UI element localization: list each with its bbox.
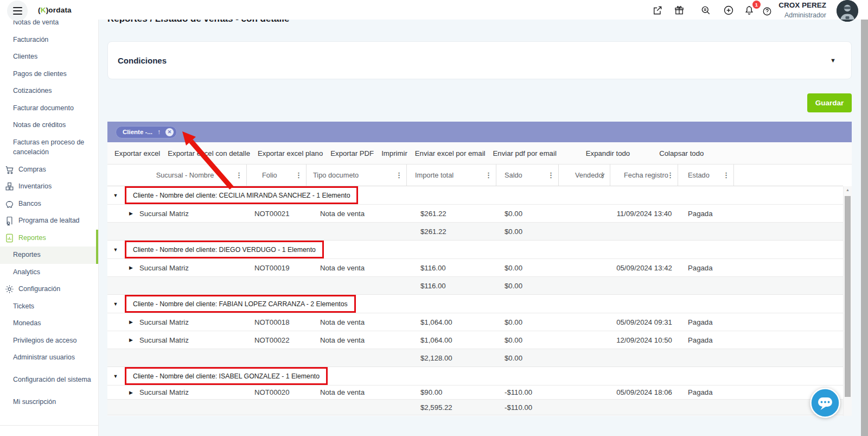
- table-row: ▶Sucursal Matriz NOT00018 Nota de venta …: [107, 313, 843, 331]
- cart-icon: [4, 165, 15, 175]
- expand-row-icon[interactable]: ▶: [129, 390, 133, 395]
- annotation-red-box: Cliente - Nombre del cliente: CECILIA MI…: [125, 186, 358, 204]
- column-header-tipo-documento[interactable]: Tipo documeto⋮: [307, 165, 407, 186]
- column-menu-icon[interactable]: ⋮: [395, 171, 403, 179]
- column-menu-icon[interactable]: ⋮: [485, 171, 492, 179]
- sidebar-item-facturar-documento[interactable]: Facturar documento: [0, 100, 98, 117]
- cell-saldo: -$110.00: [496, 386, 559, 399]
- cell-saldo: $0.00: [496, 331, 559, 349]
- table-scrollbar-thumb[interactable]: [845, 196, 851, 397]
- conditions-panel[interactable]: Condiciones ▼: [107, 41, 852, 79]
- expand-row-icon[interactable]: ▶: [129, 211, 133, 216]
- grand-total-row: $2,595.22 -$110.00: [107, 400, 843, 415]
- expand-row-icon[interactable]: ▶: [129, 319, 133, 325]
- sidebar-item-monedas[interactable]: Monedas: [0, 315, 98, 332]
- user-menu[interactable]: CROX PEREZ Administrador: [778, 1, 826, 19]
- column-header-sucursal[interactable]: Sucursal - Nombre⋮: [124, 165, 247, 186]
- sidebar-item-configuracion[interactable]: Configuración: [0, 281, 98, 298]
- column-header-vendedor[interactable]: Vendedor⋮: [559, 165, 610, 186]
- sidebar-item-inventarios[interactable]: Inventarios: [0, 178, 98, 195]
- column-menu-icon[interactable]: ⋮: [599, 171, 606, 179]
- sales-report-table: Sucursal - Nombre⋮ Folio⋮ Tipo documeto⋮…: [107, 165, 852, 416]
- cell-estado: Pagada: [678, 259, 734, 276]
- cell-sucursal: Sucursal Matriz: [139, 318, 189, 326]
- chat-support-button[interactable]: [809, 387, 841, 419]
- export-excel-flat-button[interactable]: Exportar excel plano: [254, 149, 327, 157]
- sidebar-item-mi-suscripcion[interactable]: Mi suscripción: [0, 394, 98, 411]
- column-menu-icon[interactable]: ⋮: [667, 171, 674, 179]
- annotation-red-box: Cliente - Nombre del cliente: DIEGO VERD…: [125, 241, 324, 258]
- sidebar-item-notas-de-creditos[interactable]: Notas de créditos: [0, 117, 98, 134]
- send-pdf-email-button[interactable]: Enviar pdf por email: [489, 149, 560, 157]
- expand-row-icon[interactable]: ▶: [129, 265, 133, 270]
- table-row: ▶Sucursal Matriz NOT00022 Nota de venta …: [107, 331, 843, 349]
- column-header-folio[interactable]: Folio⋮: [247, 165, 307, 186]
- cell-vendedor: [559, 259, 610, 276]
- column-menu-icon[interactable]: ⋮: [295, 171, 302, 179]
- group-by-chip[interactable]: Cliente -... ↑ ✕: [116, 126, 177, 138]
- subtotal-row: $116.00 $0.00: [107, 277, 843, 295]
- sidebar-item-reportes-sub[interactable]: Reportes: [0, 247, 98, 264]
- cell-estado: Pagada: [678, 205, 734, 222]
- sidebar-item-tickets[interactable]: Tickets: [0, 298, 98, 315]
- sidebar-item-facturacion[interactable]: Facturación: [0, 31, 98, 49]
- sidebar-item-privilegios-de-acceso[interactable]: Privilegios de acceso: [0, 332, 98, 350]
- cell-importe-total: $116.00: [407, 259, 496, 276]
- table-scrollbar[interactable]: ▲: [843, 186, 852, 416]
- export-pdf-button[interactable]: Exportar PDF: [327, 149, 378, 157]
- sidebar-item-analytics[interactable]: Analytics: [0, 264, 98, 281]
- export-excel-detail-button[interactable]: Exportar excel con detalle: [164, 149, 254, 157]
- sidebar-item-compras[interactable]: Compras: [0, 161, 98, 179]
- collapse-group-icon[interactable]: ▼: [113, 193, 118, 198]
- sidebar-nav: Notas de venta Facturación Clientes Pago…: [0, 0, 98, 426]
- remove-group-icon[interactable]: ✕: [165, 128, 174, 136]
- page-scrollbar[interactable]: [861, 20, 868, 436]
- column-header-importe-total[interactable]: Importe total⋮: [407, 165, 496, 186]
- hamburger-menu-button[interactable]: [7, 1, 28, 21]
- sidebar-item-cotizaciones[interactable]: Cotizaciónes: [0, 83, 98, 100]
- add-circle-icon[interactable]: [723, 5, 734, 16]
- send-excel-email-button[interactable]: Enviar excel por email: [411, 149, 489, 157]
- expand-row-icon[interactable]: ▶: [129, 337, 133, 343]
- column-header-saldo[interactable]: Saldo⋮: [496, 165, 559, 186]
- gift-icon[interactable]: [674, 5, 685, 16]
- cell-sucursal: Sucursal Matriz: [139, 388, 189, 396]
- collapse-group-icon[interactable]: ▼: [113, 247, 118, 252]
- avatar[interactable]: [837, 0, 858, 22]
- sidebar-item-programa-de-lealtad[interactable]: Programa de lealtad: [0, 212, 98, 230]
- column-menu-icon[interactable]: ⋮: [723, 171, 730, 179]
- sidebar-item-administrar-usuarios[interactable]: Administrar usuarios: [0, 349, 98, 367]
- table-row: ▶Sucursal Matriz NOT00020 Nota de venta …: [107, 386, 843, 400]
- column-menu-icon[interactable]: ⋮: [547, 171, 554, 179]
- scroll-up-icon[interactable]: ▲: [844, 188, 852, 192]
- sidebar-item-configuracion-del-sistema[interactable]: Configuración del sistema: [0, 367, 98, 394]
- column-menu-icon[interactable]: ⋮: [235, 171, 242, 179]
- expand-all-button[interactable]: Expandir todo: [582, 149, 634, 157]
- group-row: ▼ Cliente - Nombre del cliente: CECILIA …: [107, 186, 843, 205]
- sidebar-item-pagos-de-clientes[interactable]: Pagos de clientes: [0, 66, 98, 83]
- export-excel-button[interactable]: Exportar excel: [111, 149, 164, 157]
- collapse-all-button[interactable]: Colapsar todo: [655, 149, 707, 157]
- column-header-estado[interactable]: Estado⋮: [678, 165, 734, 186]
- save-button[interactable]: Guardar: [807, 93, 852, 112]
- sidebar-item-clientes[interactable]: Clientes: [0, 48, 98, 66]
- print-button[interactable]: Imprimir: [378, 149, 411, 157]
- help-icon[interactable]: [762, 7, 772, 16]
- sidebar-item-bancos[interactable]: Bancos: [0, 195, 98, 213]
- sidebar: Notas de venta Facturación Clientes Pago…: [0, 0, 99, 436]
- sidebar-item-reportes[interactable]: Reportes: [0, 230, 98, 247]
- cell-importe-total: $1,064.00: [407, 331, 496, 349]
- cell-fecha-registro: 12/09/2024 10:50: [610, 331, 678, 349]
- collapse-group-icon[interactable]: ▼: [113, 301, 118, 307]
- sort-ascending-icon[interactable]: ↑: [157, 128, 161, 136]
- subtotal-saldo: $0.00: [496, 223, 559, 240]
- table-row: ▶Sucursal Matriz NOT00019 Nota de venta …: [107, 259, 843, 277]
- column-header-fecha-registro[interactable]: Fecha registro⋮: [610, 165, 678, 186]
- subtotal-saldo: $0.00: [496, 349, 559, 367]
- chevron-down-icon[interactable]: ▼: [830, 57, 836, 64]
- sidebar-item-facturas-en-proceso[interactable]: Facturas en proceso de cancelación: [0, 134, 98, 161]
- collapse-group-icon[interactable]: ▼: [113, 374, 118, 379]
- cell-saldo: $0.00: [496, 205, 559, 222]
- search-list-icon[interactable]: [700, 5, 711, 16]
- open-in-new-icon[interactable]: [652, 5, 663, 16]
